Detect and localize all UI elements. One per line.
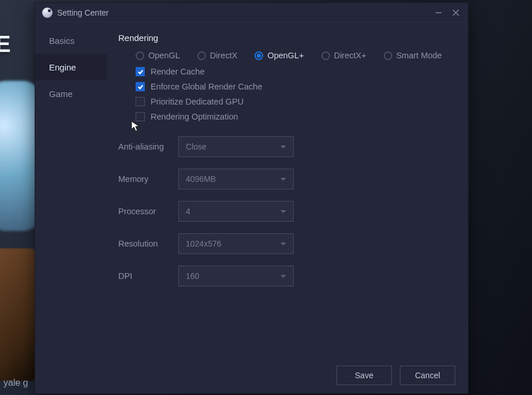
chevron-down-icon — [280, 146, 286, 148]
radio-opengl[interactable]: OpenGL — [136, 51, 180, 60]
checkbox-label: Enforce Global Render Cache — [151, 82, 262, 91]
checkbox-render-cache[interactable]: Render Cache — [136, 67, 454, 76]
sidebar-item-game[interactable]: Game — [35, 80, 107, 107]
close-button[interactable] — [447, 5, 464, 21]
sidebar-item-label: Engine — [49, 62, 76, 72]
checkbox-box-icon — [136, 112, 145, 121]
select-antialiasing[interactable]: Close — [178, 136, 294, 157]
radio-label: OpenGL — [148, 51, 180, 60]
sidebar-item-basics[interactable]: Basics — [35, 27, 107, 54]
radio-directx[interactable]: DirectX — [197, 51, 238, 60]
radio-opengl-plus[interactable]: OpenGL+ — [254, 51, 304, 60]
save-button[interactable]: Save — [336, 366, 392, 385]
label-resolution: Resolution — [118, 239, 178, 248]
label-dpi: DPI — [118, 271, 178, 281]
minimize-button[interactable] — [430, 5, 447, 21]
radio-dot-icon — [136, 51, 144, 60]
checkbox-label: Render Cache — [151, 67, 205, 76]
titlebar: Setting Center — [35, 3, 468, 23]
label-processor: Processor — [118, 207, 178, 216]
sidebar-item-label: Basics — [49, 36, 74, 46]
select-value: 4096MB — [186, 174, 216, 184]
mouse-cursor-icon — [131, 121, 140, 132]
select-processor[interactable]: 4 — [178, 201, 294, 222]
select-value: 4 — [186, 207, 190, 216]
chevron-down-icon — [280, 210, 286, 213]
radio-label: OpenGL+ — [267, 51, 304, 60]
radio-label: DirectX — [210, 51, 238, 60]
rendering-mode-radios: OpenGL DirectX OpenGL+ DirectX+ Smart Mo… — [118, 51, 454, 60]
select-value: 160 — [186, 271, 199, 281]
footer-buttons: Save Cancel — [35, 357, 468, 393]
button-label: Save — [355, 371, 373, 380]
checkbox-rendering-optimization[interactable]: Rendering Optimization — [136, 112, 454, 121]
checkbox-enforce-global-cache[interactable]: Enforce Global Render Cache — [136, 82, 454, 91]
rendering-checkboxes: Render Cache Enforce Global Render Cache… — [118, 67, 454, 121]
select-resolution[interactable]: 1024x576 — [178, 233, 294, 254]
app-icon — [42, 8, 53, 18]
checkbox-label: Rendering Optimization — [151, 112, 238, 121]
select-dpi[interactable]: 160 — [178, 266, 294, 286]
sidebar: Basics Engine Game — [35, 23, 107, 393]
radio-dot-icon — [384, 51, 392, 60]
bg-letters: E — [0, 31, 12, 57]
radio-directx-plus[interactable]: DirectX+ — [321, 51, 366, 60]
section-title-rendering: Rendering — [118, 33, 454, 43]
bg-caption: yale g — [3, 378, 28, 388]
radio-label: DirectX+ — [334, 51, 366, 60]
chevron-down-icon — [280, 178, 286, 181]
content-panel: Rendering OpenGL DirectX OpenGL+ DirectX… — [107, 23, 468, 393]
chevron-down-icon — [280, 275, 286, 278]
label-memory: Memory — [118, 174, 178, 184]
select-value: 1024x576 — [186, 239, 222, 248]
radio-dot-icon — [197, 51, 206, 60]
settings-window: Setting Center Basics Engine Game Render… — [35, 2, 469, 394]
select-memory[interactable]: 4096MB — [178, 169, 294, 189]
chevron-down-icon — [280, 243, 286, 245]
radio-label: Smart Mode — [396, 51, 442, 60]
checkbox-box-icon — [136, 97, 145, 106]
select-value: Close — [186, 142, 207, 151]
radio-dot-icon — [254, 51, 263, 60]
radio-smart-mode[interactable]: Smart Mode — [384, 51, 442, 60]
button-label: Cancel — [415, 371, 440, 380]
checkbox-box-icon — [136, 67, 145, 76]
cancel-button[interactable]: Cancel — [400, 366, 455, 385]
checkbox-prioritize-gpu[interactable]: Prioritize Dedicated GPU — [136, 97, 454, 106]
label-antialiasing: Anti-aliasing — [118, 142, 178, 151]
window-title: Setting Center — [57, 8, 109, 17]
checkbox-label: Prioritize Dedicated GPU — [151, 97, 243, 106]
sidebar-item-label: Game — [49, 89, 73, 99]
radio-dot-icon — [321, 51, 330, 60]
checkbox-box-icon — [136, 82, 145, 91]
sidebar-item-engine[interactable]: Engine — [35, 54, 107, 80]
